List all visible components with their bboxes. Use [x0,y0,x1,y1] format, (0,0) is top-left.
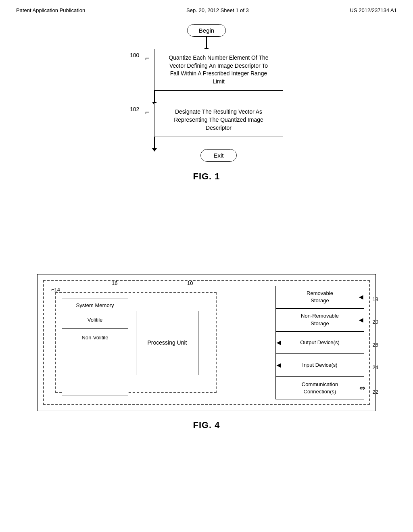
step-102-bracket: ⌐ [145,108,150,116]
label-20: 20 [373,318,378,326]
page-header: Patent Application Publication Sep. 20, … [0,0,413,17]
header-right: US 2012/237134 A1 [350,7,397,13]
fig4-diagram: 10 16 ⌐14 ⌐12 System Memory Volitile Non… [37,274,376,411]
communication-box: Communication Connection(s) ⇔ 22 [275,377,364,399]
arrow-1 [206,37,207,49]
input-devices-arrow-left: ◄ [275,362,282,369]
non-removable-storage-arrow: ◄ [357,316,365,324]
begin-node: Begin [187,24,226,37]
label-22: 22 [373,389,378,396]
fig4-caption: FIG. 4 [37,420,376,430]
non-removable-storage-box: Non-Removable Storage ◄ 20 [275,308,364,331]
step-102-label: 102 [130,106,139,112]
step-102-container: 102 ⌐ Designate The Resulting Vector AsR… [130,103,283,137]
step-100-box: Quantize Each Number Element Of TheVecto… [154,49,283,91]
removable-storage-box: Removable Storage ◄ 18 [275,286,364,308]
label-14: ⌐14 [51,287,60,293]
step-100-label: 100 [130,52,139,58]
right-panel: Removable Storage ◄ 18 Non-Removable Sto… [275,286,364,399]
communication-arrow: ⇔ [359,384,365,392]
label-16: 16 [112,280,117,286]
arrow-3 [154,137,155,149]
header-middle: Sep. 20, 2012 Sheet 1 of 3 [186,7,249,13]
input-devices-box: Input Device(s) ◄ 24 [275,354,364,376]
flowchart: Begin 100 ⌐ Quantize Each Number Element… [130,24,283,162]
processing-unit-box: Processing Unit [136,311,198,375]
output-devices-arrow-left: ◄ [275,339,282,346]
label-26: 26 [373,341,378,349]
step-100-bracket: ⌐ [145,54,150,62]
volitile-item: Volitile [62,311,128,329]
fig1-caption: FIG. 1 [193,171,220,182]
exit-node: Exit [200,149,237,162]
fig4-area: 10 16 ⌐14 ⌐12 System Memory Volitile Non… [37,274,376,430]
non-volitile-item: Non-Volitile [62,329,128,346]
header-left: Patent Application Publication [16,7,85,13]
system-memory-box: System Memory Volitile Non-Volitile [62,299,128,395]
exit-node-wrapper: Exit [200,149,237,162]
fig1-area: Begin 100 ⌐ Quantize Each Number Element… [110,24,303,182]
removable-storage-arrow: ◄ [357,293,365,301]
step-102-box: Designate The Resulting Vector AsReprese… [154,103,283,137]
label-24: 24 [373,364,378,371]
arrow-2 [154,91,155,103]
system-memory-title: System Memory [62,299,128,311]
step-100-container: 100 ⌐ Quantize Each Number Element Of Th… [130,49,283,91]
output-devices-box: Output Device(s) ◄ 26 [275,331,364,354]
label-18: 18 [373,296,378,303]
label-10: 10 [187,280,193,286]
